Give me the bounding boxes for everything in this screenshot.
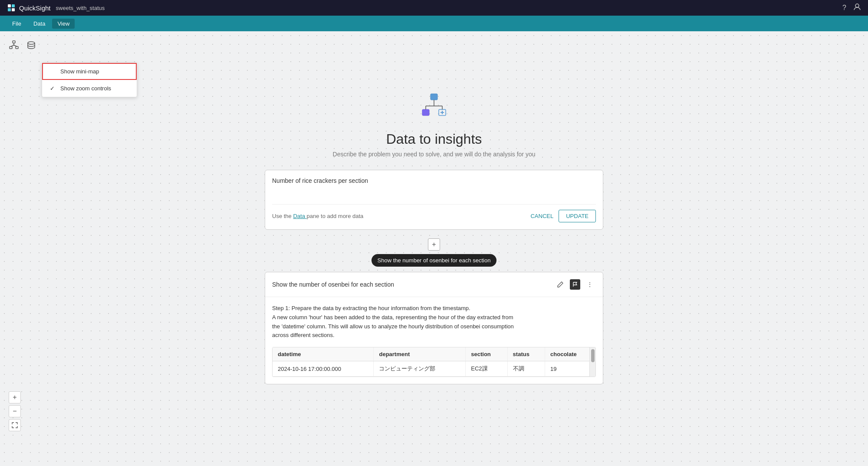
cell-department: コンピューティング部 <box>374 361 466 377</box>
plus-btn-wrapper: + <box>428 238 440 251</box>
result-card-header: Show the number of osenbei for each sect… <box>265 272 603 297</box>
table-row: 2024-10-16 17:00:00.000 コンピューティング部 EC2課 … <box>273 361 595 377</box>
zoom-check: ✓ <box>50 85 57 92</box>
query-actions: CANCEL UPDATE <box>530 210 596 222</box>
svg-line-10 <box>14 45 17 46</box>
svg-rect-0 <box>8 4 11 7</box>
sidebar-icons <box>7 38 38 52</box>
zoom-out-button[interactable]: − <box>9 405 21 417</box>
zoom-label: Show zoom controls <box>60 85 111 92</box>
scroll-thumb <box>591 349 595 362</box>
cell-datetime: 2024-10-16 17:00:00.000 <box>273 361 374 377</box>
menu-file[interactable]: File <box>7 19 26 29</box>
svg-rect-2 <box>8 8 11 11</box>
dropdown-menu: Show mini-map ✓ Show zoom controls <box>42 63 137 97</box>
data-table: datetime department section status choco… <box>273 347 595 377</box>
dropdown-show-minimap[interactable]: Show mini-map <box>42 63 137 80</box>
cell-chocolate: 19 <box>545 361 595 377</box>
svg-line-9 <box>11 45 14 46</box>
svg-rect-5 <box>13 41 15 43</box>
edit-icon[interactable] <box>554 278 566 291</box>
col-datetime: datetime <box>273 347 374 361</box>
hint-suffix: pane to add more data <box>307 213 364 219</box>
more-options-icon[interactable]: ⋮ <box>584 278 596 291</box>
top-bar: QuickSight sweets_with_status ? <box>0 0 868 16</box>
update-button[interactable]: UPDATE <box>559 210 596 222</box>
fullscreen-button[interactable] <box>9 419 21 431</box>
col-status: status <box>507 347 545 361</box>
network-icon[interactable] <box>7 38 21 52</box>
svg-rect-1 <box>12 4 15 7</box>
user-icon[interactable] <box>853 3 861 13</box>
cell-status: 不調 <box>507 361 545 377</box>
col-department: department <box>374 347 466 361</box>
menu-data[interactable]: Data <box>28 19 50 29</box>
result-card: Show the number of osenbei for each sect… <box>265 272 603 384</box>
svg-rect-3 <box>12 8 15 11</box>
svg-rect-12 <box>431 94 437 100</box>
col-chocolate: chocolate <box>545 347 595 361</box>
minimap-check <box>50 68 57 75</box>
zoom-in-icon: + <box>13 393 16 401</box>
dropdown-show-zoom[interactable]: ✓ Show zoom controls <box>42 80 137 97</box>
app-logo: QuickSight <box>7 3 51 12</box>
menu-bar: File Data View <box>0 16 868 31</box>
result-step: Step 1: Prepare the data by extracting t… <box>272 304 596 340</box>
result-title: Show the number of osenbei for each sect… <box>272 281 394 288</box>
result-actions: ⋮ <box>554 278 596 291</box>
top-bar-left: QuickSight sweets_with_status <box>7 3 105 12</box>
zoom-in-button[interactable]: + <box>9 391 21 403</box>
flag-icon[interactable] <box>570 279 580 290</box>
insights-icon <box>419 92 449 124</box>
zoom-controls: + − <box>9 391 21 431</box>
svg-rect-13 <box>422 109 429 116</box>
add-query-button[interactable]: + <box>428 238 440 251</box>
svg-point-4 <box>855 4 859 7</box>
database-icon[interactable] <box>24 38 38 52</box>
app-name: QuickSight <box>19 4 51 12</box>
cancel-button[interactable]: CANCEL <box>530 213 553 219</box>
result-body: Step 1: Prepare the data by extracting t… <box>265 297 603 384</box>
plus-icon: + <box>432 241 436 248</box>
insights-subtitle: Describe the problem you need to solve, … <box>333 151 536 158</box>
main-content: Show mini-map ✓ Show zoom controls <box>0 31 868 466</box>
center-content: Data to insights Describe the problem yo… <box>260 92 608 384</box>
table-wrapper: datetime department section status choco… <box>272 347 596 377</box>
svg-point-11 <box>28 42 35 44</box>
insights-title: Data to insights <box>386 131 482 147</box>
svg-rect-6 <box>10 46 12 49</box>
query-text[interactable]: Number of rice crackers per section <box>272 177 596 199</box>
query-footer: Use the Data pane to add more data CANCE… <box>272 204 596 222</box>
tooltip: Show the number of osenbei for each sect… <box>372 254 497 267</box>
help-icon[interactable]: ? <box>842 4 846 12</box>
menu-view[interactable]: View <box>52 19 75 29</box>
hint-link[interactable]: Data <box>293 213 306 219</box>
col-section: section <box>466 347 507 361</box>
scroll-indicator[interactable] <box>589 347 595 377</box>
query-box: Number of rice crackers per section Use … <box>265 170 603 230</box>
filename: sweets_with_status <box>56 5 105 11</box>
minimap-label: Show mini-map <box>60 68 99 75</box>
cell-section: EC2課 <box>466 361 507 377</box>
hint-prefix: Use the <box>272 213 292 219</box>
query-hint: Use the Data pane to add more data <box>272 213 363 219</box>
svg-rect-7 <box>16 46 18 49</box>
zoom-out-icon: − <box>13 407 16 415</box>
top-bar-right: ? <box>842 3 861 13</box>
